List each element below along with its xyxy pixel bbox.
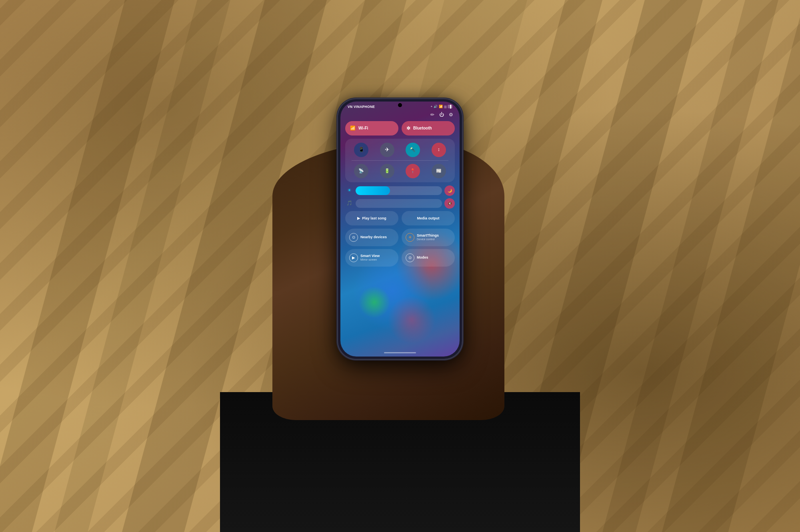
play-last-song-button[interactable]: ▶ Play last song	[345, 211, 398, 225]
media-output-label: Media output	[417, 216, 440, 220]
nearby-devices-button[interactable]: ⊙ Nearby devices	[345, 229, 398, 246]
data-icon-symbol: 📱	[358, 147, 364, 153]
airplane-icon[interactable]: ✈	[380, 143, 394, 157]
modes-icon: ⊙	[406, 253, 414, 262]
blob-green	[358, 286, 390, 318]
smartthings-text: SmartThings Device control	[417, 233, 439, 241]
play-last-song-label: Play last song	[362, 216, 386, 220]
brightness-slider[interactable]	[356, 186, 442, 195]
mute-icon[interactable]: 🔇	[444, 198, 455, 209]
rss-icon[interactable]: 📡	[354, 164, 368, 178]
data-usage-icon[interactable]: ↕	[432, 143, 446, 157]
smart-view-button[interactable]: ▶ Smart View Mirror screen	[345, 249, 398, 267]
mute-symbol: 🔇	[448, 201, 452, 205]
power-icon[interactable]: ⏻	[439, 112, 444, 118]
top-controls: ✏ ⏻ ⚙	[345, 112, 455, 121]
icon-row-2: 📡 🔋 📍 📰	[348, 164, 452, 178]
signal-bars: |||	[444, 105, 446, 108]
camera-notch	[398, 103, 402, 107]
control-panel: ✏ ⏻ ⚙ 📶 Wi-Fi ✲ Bluetooth	[340, 110, 460, 273]
dark-mode-icon[interactable]: 🌙	[444, 185, 455, 196]
data-usage-symbol: ↕	[438, 147, 440, 153]
quick-toggle-row: 📶 Wi-Fi ✲ Bluetooth	[345, 121, 455, 135]
smartthings-button[interactable]: ✳ SmartThings Device control	[402, 229, 455, 246]
phone: VN VINAPHONE + 🔊 📶 ||| ▐ ✏ ⏻ ⚙	[338, 99, 462, 359]
media-row: ▶ Play last song Media output	[345, 211, 455, 225]
media-output-button[interactable]: Media output	[402, 211, 455, 225]
smart-view-text: Smart View Mirror screen	[360, 254, 380, 261]
wifi-status-icon: 📶	[439, 105, 443, 108]
battery-save-icon[interactable]: 🔋	[380, 164, 394, 178]
data-icon[interactable]: 📱	[354, 143, 368, 157]
flashlight-icon[interactable]: 🔦	[406, 143, 420, 157]
reader-icon[interactable]: 📰	[432, 164, 446, 178]
smartthings-subtitle: Device control	[417, 238, 439, 241]
volume-icon: 🎵	[345, 200, 353, 206]
smart-view-subtitle: Mirror screen	[360, 258, 380, 261]
nearby-devices-icon: ⊙	[349, 233, 358, 242]
nearby-devices-title: Nearby devices	[360, 235, 387, 239]
brightness-icon: ☀	[345, 187, 353, 193]
play-icon: ▶	[357, 216, 360, 220]
blob-pink	[388, 296, 436, 344]
battery-save-symbol: 🔋	[384, 168, 390, 173]
location-symbol: 📍	[410, 168, 416, 173]
volume-slider-row: 🎵 🔇	[345, 198, 455, 209]
smartthings-title: SmartThings	[417, 233, 439, 238]
flashlight-symbol: 🔦	[410, 147, 416, 152]
volume-status-icon: 🔊	[434, 105, 438, 108]
modes-text: Modes	[417, 255, 428, 260]
home-indicator	[384, 352, 416, 353]
reader-symbol: 📰	[436, 168, 442, 173]
phone-screen: VN VINAPHONE + 🔊 📶 ||| ▐ ✏ ⏻ ⚙	[340, 102, 460, 357]
smartthings-icon: ✳	[406, 233, 414, 242]
settings-icon[interactable]: ⚙	[449, 112, 453, 118]
brightness-slider-row: ☀ 🌙	[345, 185, 455, 196]
icon-row-1: 📱 ✈ 🔦 ↕	[348, 143, 452, 157]
edit-icon[interactable]: ✏	[430, 112, 434, 118]
status-icons: + 🔊 📶 ||| ▐	[430, 105, 452, 108]
feature-row-1: ⊙ Nearby devices ✳ SmartThings Device co…	[345, 229, 455, 246]
bluetooth-status-icon: +	[430, 105, 432, 108]
grid-divider	[352, 160, 448, 161]
wifi-label: Wi-Fi	[358, 126, 368, 130]
moon-icon: 🌙	[448, 189, 452, 193]
smart-view-title: Smart View	[360, 254, 380, 258]
modes-title: Modes	[417, 255, 428, 260]
bluetooth-toggle[interactable]: ✲ Bluetooth	[402, 121, 455, 135]
modes-button[interactable]: ⊙ Modes	[402, 249, 455, 267]
icon-grid: 📱 ✈ 🔦 ↕	[345, 139, 455, 182]
location-icon[interactable]: 📍	[406, 164, 420, 178]
feature-row-2: ▶ Smart View Mirror screen ⊙ Modes	[345, 249, 455, 267]
airplane-symbol: ✈	[385, 146, 390, 153]
carrier-label: VN VINAPHONE	[348, 105, 375, 109]
rss-symbol: 📡	[358, 168, 364, 173]
phone-wrapper: VN VINAPHONE + 🔊 📶 ||| ▐ ✏ ⏻ ⚙	[338, 99, 462, 359]
wifi-icon: 📶	[350, 126, 356, 131]
bluetooth-icon: ✲	[406, 126, 410, 131]
bluetooth-label: Bluetooth	[413, 126, 432, 130]
nearby-devices-text: Nearby devices	[360, 235, 387, 239]
volume-slider[interactable]	[356, 199, 442, 208]
brightness-fill	[356, 186, 390, 195]
wifi-toggle[interactable]: 📶 Wi-Fi	[345, 121, 398, 135]
battery-icon: ▐	[448, 105, 452, 108]
smart-view-icon: ▶	[349, 253, 358, 262]
